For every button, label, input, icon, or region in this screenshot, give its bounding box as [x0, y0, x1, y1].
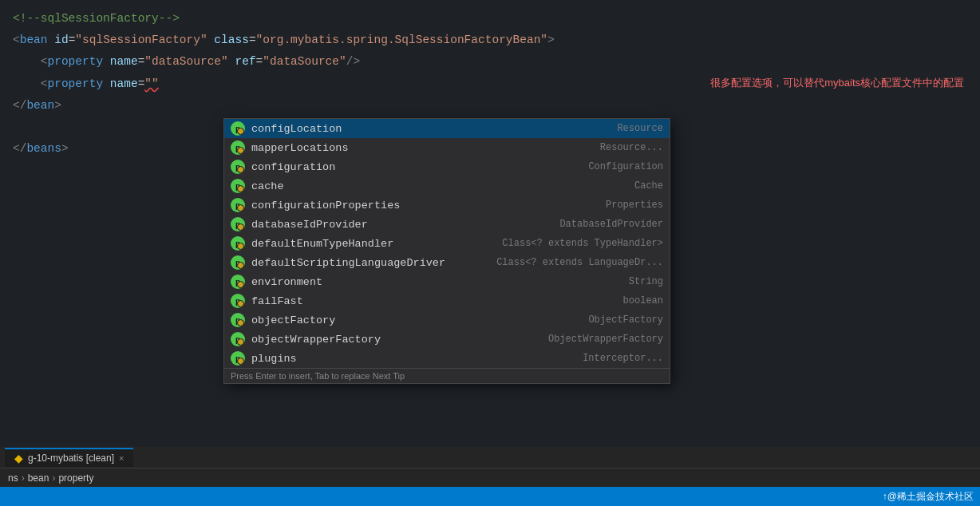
autocomplete-item[interactable]: pfailFastboolean	[224, 291, 670, 310]
autocomplete-item-label: plugins	[251, 353, 567, 365]
property-icon: p	[231, 198, 245, 212]
autocomplete-item-label: defaultScriptingLanguageDriver	[251, 257, 480, 269]
autocomplete-item[interactable]: pconfigLocationResource	[224, 119, 670, 138]
status-bar: ↑@稀土掘金技术社区	[0, 487, 980, 506]
autocomplete-item[interactable]: pobjectWrapperFactoryObjectWrapperFactor…	[224, 330, 670, 349]
autocomplete-item-label: databaseIdProvider	[251, 219, 543, 231]
autocomplete-item-type: Class<? extends LanguageDr...	[480, 257, 663, 268]
autocomplete-footer: Press Enter to insert, Tab to replace Ne…	[224, 368, 670, 383]
autocomplete-item-label: configuration	[251, 161, 572, 173]
autocomplete-item-label: failFast	[251, 295, 607, 307]
autocomplete-item-type: ObjectWrapperFactory	[532, 334, 663, 345]
autocomplete-item-type: Class<? extends TypeHandler>	[486, 238, 663, 249]
code-line-property-name: <property name="" 很多配置选项，可以替代mybaits核心配置…	[0, 73, 980, 95]
autocomplete-item[interactable]: penvironmentString	[224, 272, 670, 291]
property-icon: p	[231, 313, 245, 327]
tab-bar: ◆ g-10-mybatis [clean] ×	[0, 447, 980, 468]
attr-id-val: "sqlSessionFactory"	[75, 31, 207, 49]
tag-name: bean	[20, 31, 48, 49]
status-right: ↑@稀土掘金技术社区	[883, 490, 974, 504]
autocomplete-item-label: mapperLocations	[251, 142, 584, 154]
property-icon: p	[231, 121, 245, 136]
breadcrumb-bean: bean	[28, 472, 49, 484]
attr-id: id	[54, 31, 68, 49]
autocomplete-item[interactable]: pdatabaseIdProviderDatabaseIdProvider	[224, 215, 670, 234]
code-line-bean-open: <bean id="sqlSessionFactory" class="org.…	[0, 30, 980, 51]
tab-close-button[interactable]: ×	[119, 453, 124, 463]
property-icon: p	[231, 351, 245, 366]
autocomplete-item-label: objectFactory	[251, 314, 572, 326]
autocomplete-item[interactable]: pdefaultEnumTypeHandlerClass<? extends T…	[224, 234, 670, 253]
autocomplete-item[interactable]: ppluginsInterceptor...	[224, 349, 670, 368]
property-icon: p	[231, 140, 245, 155]
comment-text: <!--sqlSessionFactory-->	[13, 10, 180, 28]
attr-class: class	[214, 31, 249, 49]
autocomplete-item-type: Interceptor...	[567, 353, 663, 364]
bracket: <	[13, 31, 20, 49]
autocomplete-item-label: environment	[251, 276, 613, 288]
chinese-annotation: 很多配置选项，可以替代mybaits核心配置文件中的配置	[710, 75, 964, 92]
autocomplete-item-type: Cache	[618, 180, 663, 192]
property-icon: p	[231, 179, 245, 193]
editor-area: <!--sqlSessionFactory--> <bean id="sqlSe…	[0, 0, 980, 506]
breadcrumb-ns: ns	[8, 472, 18, 484]
autocomplete-item-type: Configuration	[572, 161, 663, 172]
autocomplete-item-label: configurationProperties	[251, 200, 590, 211]
code-line-bean-close: </bean>	[0, 95, 980, 117]
autocomplete-item-label: defaultEnumTypeHandler	[251, 238, 486, 250]
autocomplete-item-type: String	[613, 276, 663, 287]
autocomplete-item-type: Resource...	[584, 142, 663, 153]
autocomplete-popup[interactable]: pconfigLocationResourcepmapperLocationsR…	[223, 118, 670, 384]
property-icon: p	[231, 255, 245, 270]
code-line-property-ds: <property name="dataSource" ref="dataSou…	[0, 51, 980, 73]
property-icon: p	[231, 217, 245, 231]
property-icon: p	[231, 236, 245, 251]
tab-diamond-icon: ◆	[14, 452, 23, 464]
property-icon: p	[231, 160, 245, 174]
autocomplete-item[interactable]: pdefaultScriptingLanguageDriverClass<? e…	[224, 253, 670, 272]
autocomplete-item-label: cache	[251, 180, 618, 192]
autocomplete-item-type: boolean	[607, 295, 663, 306]
property-icon: p	[231, 275, 245, 289]
autocomplete-item[interactable]: pmapperLocationsResource...	[224, 138, 670, 157]
attr-class-val: "org.mybatis.spring.SqlSessionFactoryBea…	[256, 31, 547, 49]
active-tab[interactable]: ◆ g-10-mybatis [clean] ×	[5, 448, 133, 467]
autocomplete-item[interactable]: pconfigurationConfiguration	[224, 157, 670, 176]
tab-label: g-10-mybatis [clean]	[28, 453, 114, 464]
autocomplete-item[interactable]: pobjectFactoryObjectFactory	[224, 310, 670, 330]
autocomplete-item-type: ObjectFactory	[572, 314, 663, 326]
autocomplete-item-label: configLocation	[251, 123, 601, 135]
breadcrumb-property: property	[58, 472, 93, 484]
property-icon: p	[231, 332, 245, 346]
autocomplete-item-label: objectWrapperFactory	[251, 334, 532, 346]
property-icon: p	[231, 294, 245, 308]
autocomplete-item[interactable]: pcacheCache	[224, 176, 670, 196]
autocomplete-item-type: Resource	[601, 123, 663, 134]
watermark-text: ↑@稀土掘金技术社区	[883, 490, 974, 504]
breadcrumb-bar: ns › bean › property	[0, 468, 980, 487]
autocomplete-item-type: DatabaseIdProvider	[543, 219, 663, 230]
code-line-comment: <!--sqlSessionFactory-->	[0, 8, 980, 30]
autocomplete-item-type: Properties	[590, 200, 663, 211]
autocomplete-item[interactable]: pconfigurationPropertiesProperties	[224, 196, 670, 215]
